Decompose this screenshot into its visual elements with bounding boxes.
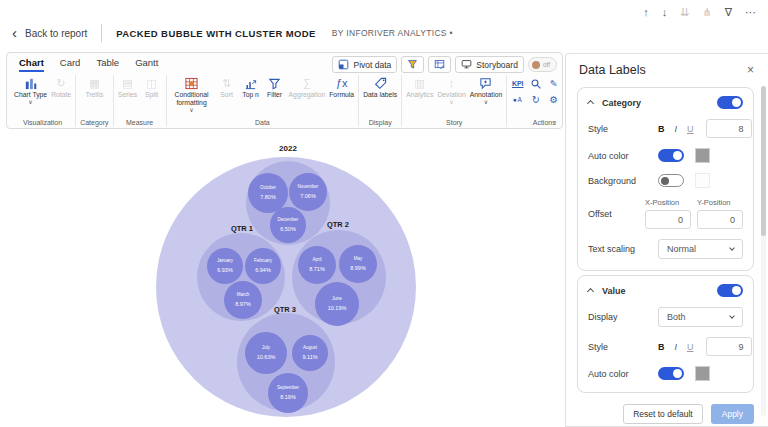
more-icon[interactable]: ⋯ [745, 7, 756, 18]
ribbon-button-formula[interactable]: ƒxFormula [327, 75, 356, 99]
underline-button[interactable]: U [687, 342, 694, 352]
ribbon-group-label: Data [169, 117, 357, 127]
bubble-march[interactable]: March8.97% [224, 281, 262, 319]
value-toggle[interactable] [717, 284, 743, 297]
visual-byline[interactable]: BY INFORIVER ANALYTICS • [332, 28, 453, 38]
underline-button[interactable]: U [687, 124, 694, 134]
category-auto-color-toggle[interactable] [658, 149, 684, 162]
ribbon-button-data-labels[interactable]: Data labels [361, 75, 399, 99]
bubble-november[interactable]: November7.06% [289, 173, 327, 211]
ribbon-button-chart-type[interactable]: Chart Type∨ [12, 75, 49, 105]
bubble-december[interactable]: December6.50% [270, 207, 306, 243]
value-color-swatch[interactable] [695, 366, 710, 381]
font-style-buttons: B I U [658, 342, 694, 352]
chart-canvas: October7.80%November7.06%December6.50%Ja… [0, 130, 565, 427]
close-icon[interactable]: × [747, 64, 754, 76]
bubble-value-label: 10.63% [257, 355, 276, 361]
collapse-value-icon[interactable] [587, 288, 594, 295]
display-row: Display Both [588, 307, 743, 327]
ribbon-button-label: Chart Type [14, 91, 47, 99]
text-scaling-select[interactable]: Normal [658, 239, 743, 259]
category-toggle[interactable] [717, 96, 743, 109]
kpi-icon[interactable]: KPI [509, 76, 526, 91]
filter-quick-button[interactable] [401, 56, 424, 73]
ribbon-collapse-icon[interactable]: ∨ [552, 119, 557, 127]
ribbon-group-category: ▦TrellisCategory [76, 75, 113, 127]
table-edit-button[interactable] [428, 56, 451, 73]
bubble-september[interactable]: September8.19% [268, 373, 308, 413]
offset-row: Offset X-Position Y-Position [588, 198, 743, 229]
filter-icon[interactable]: ∇ [725, 7, 732, 18]
background-label: Background [588, 176, 658, 186]
mode-toggle[interactable]: off [528, 57, 557, 72]
tab-chart[interactable]: Chart [19, 57, 44, 72]
ribbon-button-aggregation: ∑Aggregation [287, 75, 328, 99]
back-to-report-button[interactable]: ‹ Back to report [12, 27, 87, 39]
tab-table[interactable]: Table [96, 57, 119, 72]
bubble-august[interactable]: August9.11% [292, 335, 328, 371]
conditional-formatting-icon [185, 76, 198, 90]
bubble-category-label: June [332, 297, 342, 302]
chevron-down-icon: ∨ [28, 99, 32, 105]
offset-label: Offset [588, 209, 639, 219]
bubble-may[interactable]: May8.99% [339, 245, 377, 283]
bubble-value-label: 6.93% [217, 268, 233, 274]
tab-card[interactable]: Card [60, 57, 81, 72]
refresh-icon[interactable]: ↻ [527, 92, 544, 107]
series-icon: ▤ [122, 76, 132, 90]
text-scaling-label: Text scaling [588, 244, 658, 254]
bubble-june[interactable]: June10.19% [315, 282, 359, 326]
bold-button[interactable]: B [658, 342, 665, 352]
highlight-icon[interactable]: ●A [509, 92, 526, 107]
value-font-size-input[interactable] [706, 337, 752, 356]
bubble-category-label: May [354, 257, 363, 262]
chevron-down-icon [729, 245, 735, 251]
cluster-label-qtr-2: QTR 2 [327, 220, 349, 229]
ribbon-button-annotation[interactable]: Annotation∨ [468, 75, 505, 105]
value-auto-color-toggle[interactable] [658, 367, 684, 380]
arrow-down-icon[interactable]: ↓ [662, 7, 668, 18]
panel-scrollbar-thumb[interactable] [761, 86, 766, 236]
reset-to-default-button[interactable]: Reset to default [623, 404, 703, 424]
bold-button[interactable]: B [658, 124, 665, 134]
bubble-value-label: 10.19% [328, 306, 347, 312]
arrow-up-icon[interactable]: ↑ [643, 7, 649, 18]
ribbon-button-filter[interactable]: Filter [263, 75, 287, 99]
zoom-icon[interactable] [527, 76, 544, 91]
bubble-february[interactable]: February6.94% [245, 248, 281, 284]
chevron-down-icon: ∨ [449, 99, 453, 105]
bubble-april[interactable]: April8.71% [298, 246, 336, 284]
apply-button[interactable]: Apply [711, 404, 754, 424]
ribbon-group-label: Story [404, 117, 504, 127]
collapse-category-icon[interactable] [587, 100, 594, 107]
storyboard-button[interactable]: Storyboard [455, 56, 524, 73]
settings-icon[interactable]: ⚙ [545, 92, 559, 107]
bubble-category-label: November [298, 185, 319, 190]
ribbon-button-top-n[interactable]: Top n [239, 75, 263, 99]
tab-gantt[interactable]: Gantt [135, 57, 158, 72]
italic-button[interactable]: I [675, 342, 678, 352]
pivot-data-button[interactable]: Pivot data [332, 56, 397, 73]
format-painter-icon[interactable]: ✎ [545, 76, 559, 91]
bubble-july[interactable]: July10.63% [245, 332, 287, 374]
y-position-input[interactable] [697, 210, 743, 229]
aggregation-icon: ∑ [303, 76, 311, 90]
ribbon-button-label: Deviation [437, 91, 465, 99]
ribbon-button-conditional-formatting[interactable]: Conditional formatting∨ [169, 75, 215, 113]
panel-scrollbar[interactable] [761, 86, 766, 416]
ribbon-button-label: Series [118, 91, 137, 99]
background-toggle[interactable] [658, 174, 684, 187]
category-color-swatch[interactable] [695, 148, 710, 163]
filter-icon [268, 76, 281, 90]
ribbon-button-label: Conditional formatting [171, 91, 213, 107]
panel-title: Data Labels [579, 63, 646, 77]
display-select[interactable]: Both [658, 307, 743, 327]
bubble-january[interactable]: January6.93% [207, 248, 243, 284]
deviation-icon: ↕ [449, 76, 455, 90]
category-font-size-input[interactable] [706, 119, 752, 138]
background-color-swatch[interactable] [695, 173, 710, 188]
italic-button[interactable]: I [675, 124, 678, 134]
visual-title: PACKED BUBBLE WITH CLUSTER MODE [116, 28, 316, 39]
x-position-input[interactable] [645, 210, 691, 229]
data-labels-panel: Data Labels × Category Style B I U Auto … [565, 53, 768, 427]
